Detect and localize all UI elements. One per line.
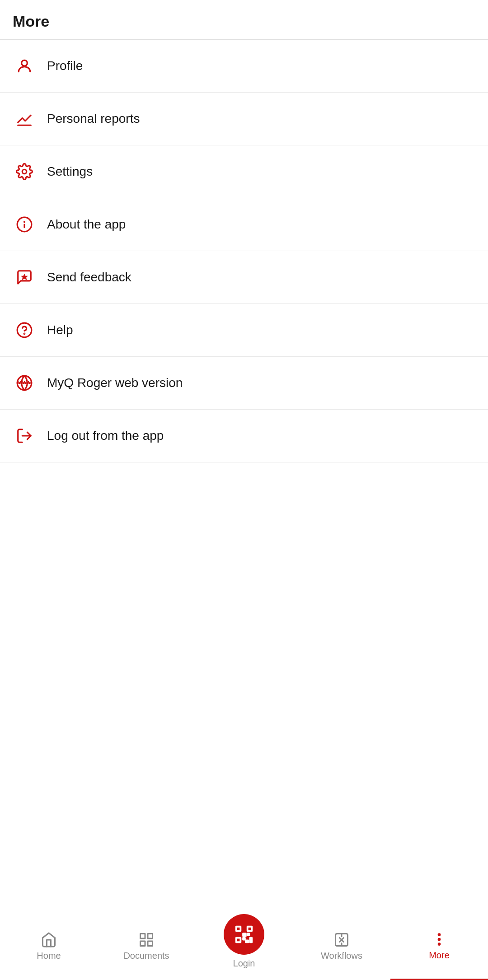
nav-label-more: More [429, 950, 450, 961]
documents-icon [138, 932, 155, 948]
workflows-icon [333, 932, 350, 948]
svg-rect-18 [248, 927, 252, 931]
svg-rect-19 [236, 938, 241, 943]
svg-rect-16 [148, 941, 153, 946]
svg-rect-22 [243, 938, 245, 940]
svg-rect-13 [141, 934, 145, 939]
menu-label-settings: Settings [47, 164, 93, 179]
menu-item-feedback[interactable]: Send feedback [0, 251, 488, 304]
nav-item-documents[interactable]: Documents [98, 917, 195, 980]
menu-item-settings[interactable]: Settings [0, 145, 488, 198]
menu-label-web-version: MyQ Roger web version [47, 376, 183, 390]
menu-list: Profile Personal reports Settings [0, 40, 488, 462]
svg-point-8 [24, 333, 25, 334]
svg-marker-6 [21, 274, 28, 280]
page-header: More [0, 0, 488, 40]
menu-label-help: Help [47, 323, 73, 337]
nav-item-home[interactable]: Home [0, 917, 98, 980]
qr-icon [234, 924, 254, 945]
menu-label-feedback: Send feedback [47, 270, 131, 285]
svg-point-0 [22, 60, 28, 66]
svg-rect-23 [246, 940, 249, 942]
menu-item-help[interactable]: Help [0, 304, 488, 357]
nav-item-more[interactable]: More [390, 917, 488, 980]
svg-point-2 [22, 169, 27, 174]
nav-item-workflows[interactable]: Workflows [293, 917, 390, 980]
svg-rect-20 [243, 933, 246, 936]
more-icon [431, 931, 447, 947]
bottom-spacer [0, 462, 488, 535]
menu-item-web-version[interactable]: WWW MyQ Roger web version [0, 357, 488, 410]
settings-icon [13, 160, 36, 183]
menu-label-logout: Log out from the app [47, 429, 164, 443]
svg-point-27 [439, 938, 440, 940]
svg-rect-14 [148, 934, 153, 939]
menu-item-personal-reports[interactable]: Personal reports [0, 93, 488, 145]
menu-label-about: About the app [47, 217, 126, 232]
page-title: More [13, 13, 475, 30]
menu-item-about[interactable]: About the app [0, 198, 488, 251]
menu-item-logout[interactable]: Log out from the app [0, 410, 488, 462]
logout-icon [13, 424, 36, 448]
menu-item-profile[interactable]: Profile [0, 40, 488, 93]
reports-icon [13, 107, 36, 131]
svg-point-26 [439, 934, 440, 935]
menu-label-profile: Profile [47, 59, 83, 73]
nav-label-workflows: Workflows [321, 951, 362, 961]
nav-label-login: Login [233, 958, 255, 969]
feedback-icon [13, 266, 36, 289]
profile-icon [13, 54, 36, 78]
web-icon: WWW [13, 371, 36, 395]
svg-rect-17 [236, 927, 241, 931]
help-icon [13, 318, 36, 342]
menu-label-personal-reports: Personal reports [47, 112, 140, 126]
home-icon [41, 932, 57, 948]
svg-rect-15 [141, 941, 145, 946]
bottom-navigation: Home Documents Login [0, 917, 488, 980]
svg-text:WWW: WWW [19, 380, 31, 385]
login-qr-button[interactable] [224, 914, 264, 955]
info-icon [13, 213, 36, 236]
nav-item-login[interactable]: Login [195, 917, 293, 980]
svg-point-28 [439, 943, 440, 945]
nav-label-home: Home [37, 951, 61, 961]
svg-rect-21 [248, 933, 249, 935]
nav-label-documents: Documents [123, 951, 169, 961]
svg-rect-24 [250, 938, 252, 943]
